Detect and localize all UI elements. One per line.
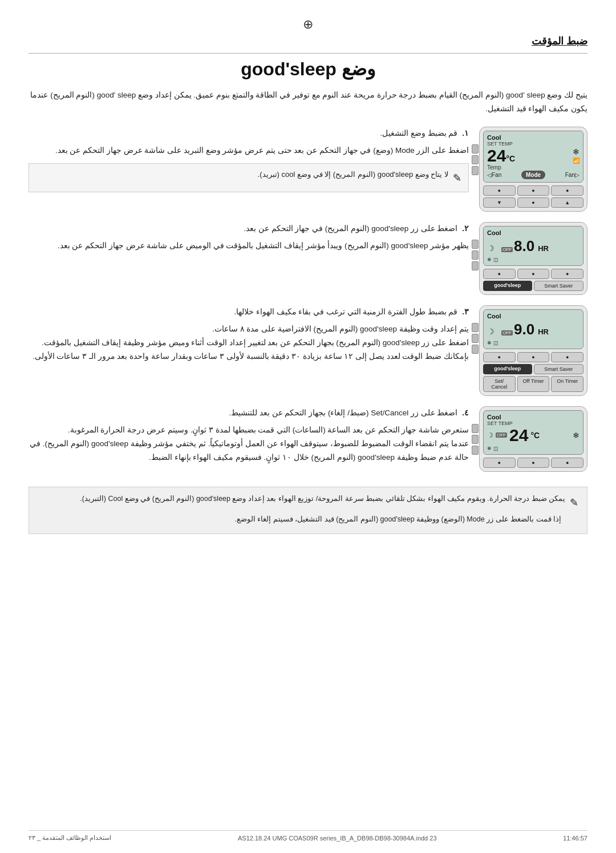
device-2-side-btns — [472, 240, 479, 270]
bottom-note-1: ✎ يمكن ضبط درجة الحرارة. ويقوم مكيف الهو… — [38, 493, 578, 512]
screen-right-icons: ❄ 📶 — [573, 147, 579, 164]
smart-saver-btn-3[interactable]: Smart Saver — [534, 364, 584, 374]
footer-right: استخدام الوظائف المتقدمة _ ٢٣ — [29, 834, 111, 842]
hr-value-2: 8.0 — [514, 237, 534, 255]
device-3-btns: ● ● ● — [483, 352, 583, 362]
device-3-timer-btns: On Timer Off Timer Set/ Cancel — [483, 376, 583, 392]
step-1-text: ١. قم بضبط وضع التشغيل. اضغط على الزر Mo… — [29, 127, 469, 198]
bottom-note-1-text: يمكن ضبط درجة الحرارة. ويقوم مكيف الهواء… — [80, 493, 565, 505]
hr-value-3: 9.0 — [514, 321, 534, 338]
device-3-mid-btns: Smart Saver good'sleep — [483, 364, 583, 374]
step-1-label: قم بضبط وضع التشغيل. — [380, 129, 457, 138]
step-3-main: ٣. قم بضبط طول الفترة الزمنية التي ترغب … — [29, 305, 469, 319]
btn-d2-3[interactable]: ● — [483, 269, 516, 279]
hr-label-2: HR — [538, 244, 549, 253]
on-timer-btn[interactable]: On Timer — [551, 376, 583, 392]
side-btn-12[interactable] — [472, 446, 479, 455]
btn-d4-2[interactable]: ● — [517, 458, 550, 468]
device-2: Cool ☽ OFF 8.0 HR ❄ ◫ ● ● ● — [479, 222, 587, 295]
screen-fan-icons-2: ❄ ◫ — [487, 257, 579, 262]
sleep-icon-2: ☽ — [487, 244, 495, 253]
device-3-side-btns — [472, 323, 479, 354]
side-btn-2[interactable] — [472, 155, 479, 164]
btn-d2-2[interactable]: ● — [517, 269, 550, 279]
temp-unit: °C — [506, 154, 515, 163]
crosshair-icon: ⊕ — [303, 17, 313, 31]
device-2-btns: ● ● ● — [483, 269, 583, 279]
btn-2[interactable]: ● — [517, 185, 550, 196]
btn-1[interactable]: ● — [551, 185, 583, 196]
smart-saver-btn-2[interactable]: Smart Saver — [534, 281, 584, 291]
sleep-btn-3[interactable]: good'sleep — [483, 364, 532, 374]
btn-d4-3[interactable]: ● — [483, 458, 516, 468]
screen-fan-icons-4: ❄ ◫ — [487, 446, 579, 451]
btn-6[interactable]: ▼ — [483, 197, 516, 208]
device-3-wrapper: Cool ☽ OFF 9.0 HR ❄ ◫ ● ● ● — [479, 305, 587, 396]
mode-button[interactable]: Mode — [521, 171, 545, 179]
sleep-icon-3: ☽ — [487, 327, 495, 336]
screen-cool-3: Cool — [487, 313, 579, 320]
fan-left-label: ◁Fan — [487, 172, 501, 178]
off-timer-btn[interactable]: Off Timer — [517, 376, 550, 392]
step-1-sub: اضغط على الزر Mode (وضع) في جهاز التحكم … — [29, 144, 469, 157]
screen-temp-row: Temp — [487, 164, 579, 171]
step-3-sub: يتم إعداد وقت وظيفة good'sleep (النوم ال… — [29, 322, 469, 364]
off-label-3: OFF — [501, 330, 513, 335]
btn-d2-1[interactable]: ● — [551, 269, 583, 279]
step-4-text: ٤. اضغط على زر Set/Cancel (ضبط/ إلغاء) ب… — [29, 406, 469, 465]
btn-d3-2[interactable]: ● — [517, 352, 550, 362]
side-btn-5[interactable] — [472, 250, 479, 260]
screen-settemp-4: SET TEMP — [487, 421, 579, 426]
sleep-icon-4: ☽ — [487, 431, 493, 439]
step-1-number: ١. — [462, 129, 469, 138]
step-4-number: ٤. — [462, 409, 469, 417]
set-cancel-btn[interactable]: Set/ Cancel — [483, 376, 516, 392]
page: ⊕ ضبط المؤقت وضع good'sleep يتيح لك وضع … — [0, 0, 616, 853]
side-btn-3[interactable] — [472, 166, 479, 175]
device-2-bottom-btns: Smart Saver good'sleep — [483, 281, 583, 291]
btn-4[interactable]: ▲ — [551, 197, 583, 208]
screen-temp-area: 24 °C ❄ 📶 — [487, 147, 579, 164]
section-title: ضبط المؤقت — [29, 35, 587, 47]
step-3-number: ٣. — [462, 308, 469, 316]
bottom-note-2: إذا قمت بالضغط على زر Mode (الوضع) ووظيف… — [38, 514, 578, 525]
intro-text: يتيح لك وضع good' sleep (النوم المريح) ا… — [29, 88, 587, 116]
btn-5[interactable]: ● — [517, 197, 550, 208]
fan-right-label: Fan▷ — [565, 172, 579, 178]
device-4: Cool SET TEMP ☽ OFF 24 °C ❄ — [479, 406, 587, 472]
btn-d4-1[interactable]: ● — [551, 458, 583, 468]
note-icon-b1: ✎ — [570, 494, 578, 512]
footer-left: 11:46:57 — [563, 835, 587, 842]
side-btn-4[interactable] — [472, 240, 479, 249]
step-4-label: اضغط على زر Set/Cancel (ضبط/ إلغاء) بجها… — [229, 409, 457, 417]
btn-d3-3[interactable]: ● — [483, 352, 516, 362]
btn-d3-1[interactable]: ● — [551, 352, 583, 362]
device-4-wrapper: Cool SET TEMP ☽ OFF 24 °C ❄ — [479, 406, 587, 472]
temp-display: 24 °C — [487, 147, 515, 164]
side-btn-9[interactable] — [472, 345, 479, 354]
step-1-main: ١. قم بضبط وضع التشغيل. — [29, 127, 469, 140]
device-1-bottom: ● ● ● ▲ ● ▼ — [483, 185, 583, 208]
hr-row-3: ☽ OFF 9.0 HR — [487, 321, 579, 338]
bottom-note-2-text: إذا قمت بالضغط على زر Mode (الوضع) ووظيف… — [234, 514, 561, 525]
step-4-main: ٤. اضغط على زر Set/Cancel (ضبط/ إلغاء) ب… — [29, 406, 469, 420]
side-btn-6[interactable] — [472, 261, 479, 270]
btn-3[interactable]: ● — [483, 185, 516, 196]
side-btn-7[interactable] — [472, 323, 479, 332]
step-4-row: Cool SET TEMP ☽ OFF 24 °C ❄ — [29, 406, 587, 472]
side-btn-8[interactable] — [472, 334, 479, 343]
step-4-sub: ستعرض شاشة جهاز التحكم عن بعد الساعة (ال… — [29, 423, 469, 465]
side-btn-10[interactable] — [472, 424, 479, 433]
sleep-btn-2[interactable]: good'sleep — [483, 281, 532, 291]
steps-container: Cool SET TEMP 24 °C ❄ 📶 T — [29, 127, 587, 476]
note-icon: ✎ — [453, 169, 461, 187]
temp-value: 24 — [487, 147, 506, 164]
device-1-grid: ● ● ● ▲ ● ▼ — [483, 185, 583, 208]
side-btn-1[interactable] — [472, 144, 479, 153]
hr-row-2: ☽ OFF 8.0 HR — [487, 237, 579, 255]
screen-fan-area: ◁Fan Mode Fan▷ — [487, 171, 579, 179]
side-btn-11[interactable] — [472, 435, 479, 444]
device-4-side-btns — [472, 424, 479, 455]
device-1-screen: Cool SET TEMP 24 °C ❄ 📶 T — [483, 131, 583, 183]
step-2-sub: يظهر مؤشر good'sleep (النوم المريح) ويبد… — [29, 239, 469, 253]
